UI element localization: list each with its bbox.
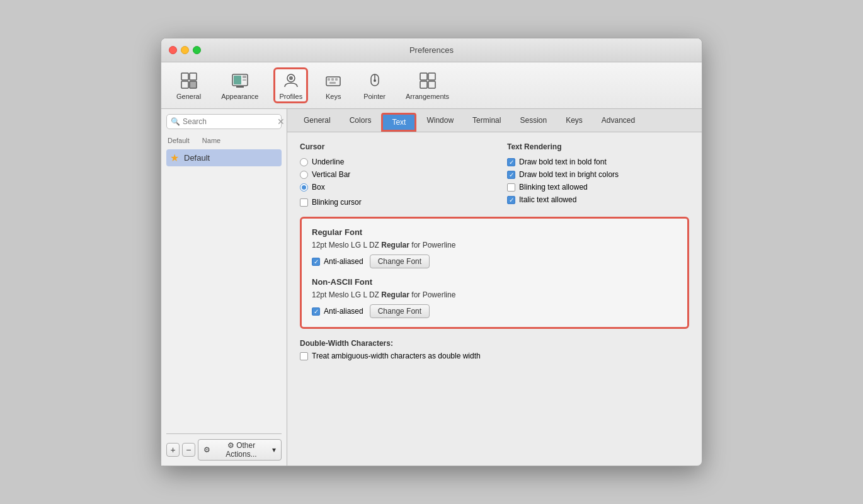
pointer-icon bbox=[365, 71, 385, 91]
tab-advanced[interactable]: Advanced bbox=[593, 113, 644, 132]
add-profile-button[interactable]: + bbox=[166, 443, 180, 457]
other-actions-label: ⚙ Other Actions... bbox=[213, 441, 270, 459]
arrangements-icon bbox=[418, 71, 438, 91]
profiles-icon bbox=[281, 71, 301, 91]
tab-window[interactable]: Window bbox=[418, 113, 462, 132]
search-icon: 🔍 bbox=[171, 117, 180, 126]
blinking-cursor[interactable]: Blinking cursor bbox=[300, 198, 482, 207]
non-ascii-font-title: Non-ASCII Font bbox=[312, 277, 677, 287]
tab-session[interactable]: Session bbox=[511, 113, 556, 132]
other-actions-button[interactable]: ⚙ ⚙ Other Actions... ▾ bbox=[198, 439, 282, 461]
regular-anti-aliased[interactable]: ✓ Anti-aliased bbox=[312, 257, 363, 266]
search-bar[interactable]: 🔍 ✕ bbox=[166, 114, 282, 129]
svg-point-18 bbox=[374, 79, 376, 82]
cursor-vertical-bar[interactable]: Vertical Bar bbox=[300, 170, 482, 179]
blinking-text[interactable]: Blinking text allowed bbox=[507, 183, 689, 192]
sidebar-item-name: Default bbox=[184, 153, 210, 163]
text-rendering-title: Text Rendering bbox=[507, 142, 689, 151]
svg-rect-21 bbox=[420, 81, 427, 88]
tab-text[interactable]: Text bbox=[381, 113, 416, 132]
toolbar-label-pointer: Pointer bbox=[363, 93, 386, 100]
keys-icon bbox=[323, 71, 343, 91]
toolbar-item-arrangements[interactable]: Arrangements bbox=[401, 68, 454, 103]
gear-icon: ⚙ bbox=[203, 445, 210, 454]
toolbar-label-general: General bbox=[176, 93, 201, 100]
non-ascii-font-controls: ✓ Anti-aliased Change Font bbox=[312, 304, 677, 318]
title-bar: Preferences bbox=[161, 38, 702, 62]
change-non-ascii-font-button[interactable]: Change Font bbox=[370, 304, 430, 318]
checkbox-italic-text[interactable]: ✓ bbox=[507, 196, 515, 204]
remove-profile-button[interactable]: − bbox=[182, 443, 195, 457]
treat-ambiguous[interactable]: Treat ambiguous-width characters as doub… bbox=[300, 352, 689, 360]
cursor-title: Cursor bbox=[300, 142, 482, 151]
close-button[interactable] bbox=[169, 46, 177, 54]
double-width-section: Double-Width Characters: Treat ambiguous… bbox=[300, 339, 689, 360]
tabs-bar: General Colors Text Window Terminal Sess… bbox=[287, 109, 702, 132]
chevron-down-icon: ▾ bbox=[272, 445, 276, 454]
radio-vertical-bar[interactable] bbox=[300, 171, 308, 179]
italic-text[interactable]: ✓ Italic text allowed bbox=[507, 195, 689, 204]
tab-terminal[interactable]: Terminal bbox=[464, 113, 510, 132]
content-area: 🔍 ✕ Default Name ★ Default + − ⚙ ⚙ Other… bbox=[161, 109, 702, 466]
svg-rect-7 bbox=[243, 79, 246, 81]
cursor-column: Cursor Underline Vertical Bar bbox=[300, 142, 482, 207]
text-rendering-options: ✓ Draw bold text in bold font ✓ Draw bol… bbox=[507, 158, 689, 204]
regular-font-name: 12pt Meslo LG L DZ Regular for Powerline bbox=[312, 241, 677, 249]
tab-keys[interactable]: Keys bbox=[557, 113, 592, 132]
toolbar-item-appearance[interactable]: Appearance bbox=[216, 68, 263, 103]
tab-colors[interactable]: Colors bbox=[341, 113, 380, 132]
svg-rect-2 bbox=[181, 81, 188, 88]
toolbar-item-general[interactable]: General bbox=[171, 68, 206, 103]
preferences-window: Preferences General bbox=[161, 38, 702, 466]
checkbox-draw-bold-bold[interactable]: ✓ bbox=[507, 158, 515, 166]
minimize-button[interactable] bbox=[181, 46, 189, 54]
svg-rect-14 bbox=[335, 78, 338, 81]
checkbox-treat-ambiguous[interactable] bbox=[300, 352, 308, 360]
toolbar-label-profiles: Profiles bbox=[279, 93, 302, 100]
settings-columns: Cursor Underline Vertical Bar bbox=[300, 142, 689, 207]
svg-rect-20 bbox=[428, 73, 435, 80]
maximize-button[interactable] bbox=[193, 46, 201, 54]
svg-rect-1 bbox=[190, 73, 197, 80]
checkbox-non-ascii-anti-aliased[interactable]: ✓ bbox=[312, 307, 320, 316]
checkbox-blinking-cursor[interactable] bbox=[300, 198, 308, 207]
svg-rect-19 bbox=[420, 73, 427, 80]
general-icon bbox=[179, 71, 199, 91]
draw-bold-bold[interactable]: ✓ Draw bold text in bold font bbox=[507, 158, 689, 166]
svg-rect-12 bbox=[328, 78, 330, 81]
checkbox-blinking-text[interactable] bbox=[507, 183, 515, 192]
cursor-options: Underline Vertical Bar Box bbox=[300, 158, 482, 192]
sidebar-item-default[interactable]: ★ Default bbox=[166, 149, 282, 166]
change-regular-font-button[interactable]: Change Font bbox=[370, 255, 430, 268]
traffic-lights bbox=[169, 46, 201, 54]
svg-rect-22 bbox=[428, 81, 435, 88]
toolbar-item-keys[interactable]: Keys bbox=[318, 68, 348, 103]
non-ascii-anti-aliased[interactable]: ✓ Anti-aliased bbox=[312, 307, 363, 316]
regular-font-title: Regular Font bbox=[312, 227, 677, 237]
svg-rect-13 bbox=[331, 78, 334, 81]
checkbox-draw-bold-bright[interactable]: ✓ bbox=[507, 171, 515, 179]
search-input[interactable] bbox=[183, 117, 277, 126]
tab-general[interactable]: General bbox=[295, 113, 340, 132]
search-clear-icon[interactable]: ✕ bbox=[277, 117, 285, 127]
radio-box[interactable] bbox=[300, 183, 308, 192]
toolbar-item-profiles[interactable]: Profiles bbox=[273, 67, 308, 103]
non-ascii-font-name: 12pt Meslo LG L DZ Regular for Powerline bbox=[312, 290, 677, 299]
font-section: Regular Font 12pt Meslo LG L DZ Regular … bbox=[300, 217, 689, 329]
toolbar: General Appearance bbox=[161, 62, 702, 109]
svg-point-10 bbox=[289, 76, 293, 80]
regular-font-controls: ✓ Anti-aliased Change Font bbox=[312, 255, 677, 268]
draw-bold-bright[interactable]: ✓ Draw bold text in bright colors bbox=[507, 170, 689, 179]
cursor-box[interactable]: Box bbox=[300, 183, 482, 192]
svg-rect-15 bbox=[329, 82, 336, 84]
cursor-underline[interactable]: Underline bbox=[300, 158, 482, 166]
toolbar-label-arrangements: Arrangements bbox=[406, 93, 449, 100]
sidebar-footer: + − ⚙ ⚙ Other Actions... ▾ bbox=[166, 433, 282, 461]
header-default: Default bbox=[168, 137, 190, 144]
svg-rect-6 bbox=[243, 76, 246, 78]
checkbox-regular-anti-aliased[interactable]: ✓ bbox=[312, 258, 320, 266]
non-ascii-font-group: Non-ASCII Font 12pt Meslo LG L DZ Regula… bbox=[312, 277, 677, 318]
toolbar-item-pointer[interactable]: Pointer bbox=[358, 68, 391, 103]
star-icon: ★ bbox=[170, 152, 179, 164]
radio-underline[interactable] bbox=[300, 158, 308, 166]
